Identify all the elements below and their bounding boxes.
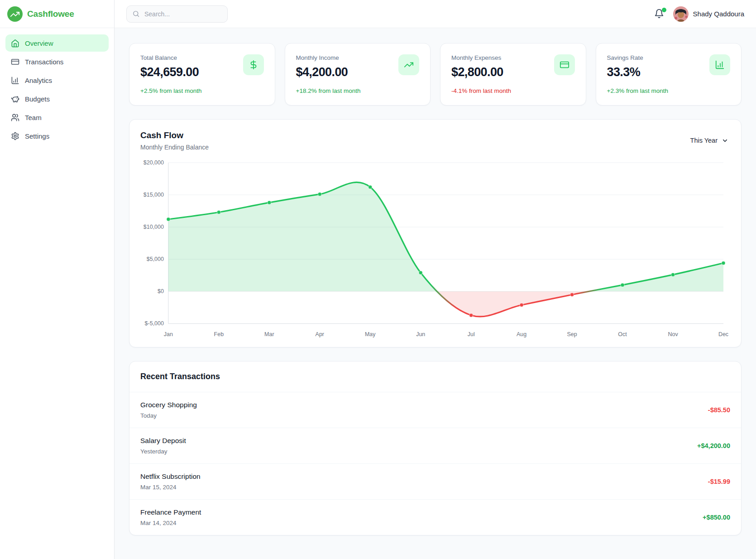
main-content: Total Balance $24,659.00 +2.5% from last… xyxy=(115,28,756,559)
search-input[interactable] xyxy=(144,10,222,18)
chevron-down-icon xyxy=(722,137,728,144)
sidebar-item-label: Analytics xyxy=(25,77,52,84)
sidebar-item-label: Team xyxy=(25,114,42,121)
transactions-title: Recent Transactions xyxy=(140,372,730,381)
sidebar-item-transactions[interactable]: Transactions xyxy=(5,53,109,70)
sidebar-item-team[interactable]: Team xyxy=(5,109,109,126)
avatar xyxy=(673,6,689,22)
transaction-amount: -$85.50 xyxy=(708,406,730,414)
transaction-name: Salary Deposit xyxy=(140,437,186,445)
cash-flow-card: Cash Flow Monthly Ending Balance This Ye… xyxy=(129,119,742,347)
app-root: Cashflowee Overview Transactions Analyti… xyxy=(0,0,756,559)
sidebar: Cashflowee Overview Transactions Analyti… xyxy=(0,0,115,559)
credit-card-icon xyxy=(11,58,19,66)
sidebar-item-budgets[interactable]: Budgets xyxy=(5,90,109,107)
transaction-row[interactable]: Netflix Subscription Mar 15, 2024 -$15.9… xyxy=(129,464,741,500)
svg-text:Sep: Sep xyxy=(567,331,577,337)
svg-text:Oct: Oct xyxy=(618,331,627,337)
transaction-name: Netflix Subscription xyxy=(140,472,201,481)
user-name: Shady Qaddoura xyxy=(693,10,744,18)
transaction-row[interactable]: Freelance Payment Mar 14, 2024 +$850.00 xyxy=(129,500,741,535)
sidebar-item-label: Budgets xyxy=(25,95,50,103)
credit-card-icon xyxy=(560,60,569,70)
svg-text:Aug: Aug xyxy=(517,331,526,337)
home-icon xyxy=(11,39,19,48)
svg-text:$0: $0 xyxy=(158,288,164,294)
stats-row: Total Balance $24,659.00 +2.5% from last… xyxy=(129,43,742,106)
svg-text:Jun: Jun xyxy=(416,331,425,337)
stat-icon-box xyxy=(554,54,575,75)
transaction-row[interactable]: Salary Deposit Yesterday +$4,200.00 xyxy=(129,428,741,464)
stat-value: $24,659.00 xyxy=(140,65,201,79)
transaction-name: Grocery Shopping xyxy=(140,401,197,409)
stat-icon-box xyxy=(398,54,419,75)
svg-text:$20,000: $20,000 xyxy=(144,159,164,166)
app-logo-icon xyxy=(7,6,23,22)
transaction-date: Mar 14, 2024 xyxy=(140,520,201,526)
chart-header: Cash Flow Monthly Ending Balance This Ye… xyxy=(140,130,730,151)
time-range-value: This Year xyxy=(690,137,718,144)
sidebar-item-label: Transactions xyxy=(25,58,63,66)
svg-text:$5,000: $5,000 xyxy=(147,256,164,262)
transaction-date: Yesterday xyxy=(140,448,186,455)
stat-card-monthly-income: Monthly Income $4,200.00 +18.2% from las… xyxy=(285,43,431,106)
svg-text:May: May xyxy=(365,331,376,337)
gear-icon xyxy=(11,132,19,140)
bar-chart-icon xyxy=(11,76,19,85)
stat-change: +18.2% from last month xyxy=(296,87,361,94)
stat-value: $2,800.00 xyxy=(451,65,511,79)
transaction-amount: -$15.99 xyxy=(708,478,730,485)
trending-up-icon xyxy=(404,60,414,70)
topbar: Shady Qaddoura xyxy=(115,0,756,28)
stat-label: Total Balance xyxy=(140,54,201,61)
cash-flow-chart[interactable]: $20,000$15,000$10,000$5,000$0$-5,000JanF… xyxy=(140,158,730,341)
chart-subtitle: Monthly Ending Balance xyxy=(140,144,209,151)
stat-change: +2.5% from last month xyxy=(140,87,201,94)
brand: Cashflowee xyxy=(0,0,114,28)
stat-label: Monthly Expenses xyxy=(451,54,511,61)
piggy-bank-icon xyxy=(11,95,19,103)
svg-text:Apr: Apr xyxy=(316,331,324,337)
svg-text:Jan: Jan xyxy=(164,331,173,337)
dollar-icon xyxy=(249,60,258,70)
stat-value: $4,200.00 xyxy=(296,65,361,79)
stat-icon-box xyxy=(243,54,264,75)
stat-card-savings-rate: Savings Rate 33.3% +2.3% from last month xyxy=(596,43,742,106)
time-range-select[interactable]: This Year xyxy=(689,134,730,147)
stat-card-total-balance: Total Balance $24,659.00 +2.5% from last… xyxy=(129,43,275,106)
stat-card-monthly-expenses: Monthly Expenses $2,800.00 -4.1% from la… xyxy=(440,43,586,106)
sidebar-item-settings[interactable]: Settings xyxy=(5,127,109,145)
transaction-row[interactable]: Grocery Shopping Today -$85.50 xyxy=(129,392,741,428)
transaction-name: Freelance Payment xyxy=(140,508,201,516)
sidebar-item-analytics[interactable]: Analytics xyxy=(5,72,109,89)
sidebar-item-overview[interactable]: Overview xyxy=(5,34,109,52)
user-menu[interactable]: Shady Qaddoura xyxy=(673,6,744,22)
svg-text:Dec: Dec xyxy=(718,331,728,337)
app-title: Cashflowee xyxy=(27,9,74,19)
sidebar-item-label: Overview xyxy=(25,39,53,47)
svg-text:$10,000: $10,000 xyxy=(144,224,164,230)
chart-title: Cash Flow xyxy=(140,130,209,140)
transaction-amount: +$4,200.00 xyxy=(697,442,730,449)
sidebar-item-label: Settings xyxy=(25,132,49,140)
stat-value: 33.3% xyxy=(607,65,668,79)
svg-text:Jul: Jul xyxy=(468,331,475,337)
stat-icon-box xyxy=(709,54,730,75)
topbar-right: Shady Qaddoura xyxy=(654,6,744,22)
notification-badge xyxy=(662,8,666,12)
sidebar-nav: Overview Transactions Analytics Budgets … xyxy=(0,28,114,151)
cash-flow-chart-svg: $20,000$15,000$10,000$5,000$0$-5,000JanF… xyxy=(140,158,730,341)
search-box[interactable] xyxy=(126,5,228,23)
stat-label: Savings Rate xyxy=(607,54,668,61)
transactions-header: Recent Transactions xyxy=(129,361,741,392)
svg-text:Feb: Feb xyxy=(214,331,224,337)
svg-text:Mar: Mar xyxy=(264,331,274,337)
transaction-date: Mar 15, 2024 xyxy=(140,484,201,491)
transaction-amount: +$850.00 xyxy=(703,514,730,521)
stat-label: Monthly Income xyxy=(296,54,361,61)
notifications-button[interactable] xyxy=(654,9,665,19)
svg-text:$-5,000: $-5,000 xyxy=(145,320,164,327)
stat-change: +2.3% from last month xyxy=(607,87,668,94)
search-icon xyxy=(132,10,140,18)
svg-text:Nov: Nov xyxy=(668,331,678,337)
